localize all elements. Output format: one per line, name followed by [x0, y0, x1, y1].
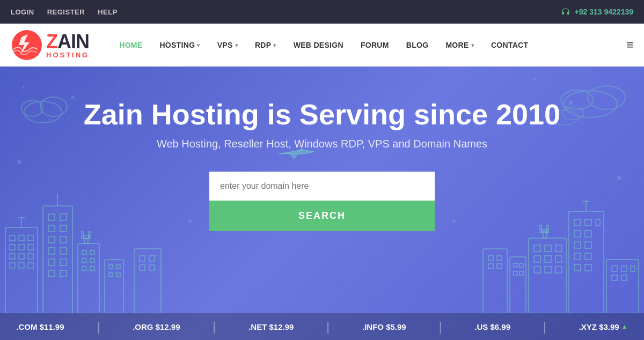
nav-item-forum[interactable]: FORUM	[352, 35, 398, 55]
nav-link-vps[interactable]: VPS ▾	[209, 35, 246, 55]
nav-link-home[interactable]: HOME	[111, 35, 151, 55]
svg-rect-19	[10, 263, 15, 268]
svg-rect-56	[621, 266, 627, 271]
svg-rect-81	[534, 267, 540, 273]
svg-point-5	[588, 86, 625, 109]
svg-rect-100	[497, 256, 502, 261]
login-link[interactable]: LOGIN	[11, 8, 34, 16]
logo[interactable]: ZAIN HOSTING	[11, 29, 89, 61]
nav-item-blog[interactable]: BLOG	[398, 35, 437, 55]
svg-rect-78	[534, 256, 540, 262]
domain-com-label: .COM $11.99	[16, 322, 64, 331]
svg-rect-102	[497, 264, 502, 269]
domain-net-label: .NET $12.99	[248, 322, 294, 331]
domain-us-label: .US $6.99	[474, 322, 510, 331]
divider: |	[326, 319, 330, 334]
svg-rect-95	[149, 256, 155, 261]
help-link[interactable]: HELP	[98, 8, 118, 16]
svg-rect-98	[483, 249, 507, 313]
svg-rect-20	[19, 263, 24, 268]
nav-item-more[interactable]: MORE ▾	[437, 35, 482, 55]
svg-rect-12	[28, 235, 33, 241]
nav-link-blog[interactable]: BLOG	[398, 35, 437, 55]
svg-point-8	[562, 107, 584, 120]
phone-text: +92 313 9422139	[575, 8, 633, 16]
domain-search-input[interactable]	[209, 172, 435, 201]
svg-rect-96	[140, 265, 145, 270]
svg-rect-82	[545, 267, 551, 273]
nav-link-forum[interactable]: FORUM	[352, 35, 398, 55]
svg-rect-35	[48, 270, 55, 277]
nav-item-vps[interactable]: VPS ▾	[209, 35, 246, 55]
nav-links: HOME HOSTING ▾ VPS ▾ RDP ▾ WEB DESIGN FO…	[111, 35, 626, 55]
divider: |	[97, 319, 100, 334]
nav-link-contact[interactable]: CONTACT	[482, 35, 537, 55]
nav-item-rdp[interactable]: RDP ▾	[246, 35, 285, 55]
nav-link-more[interactable]: MORE ▾	[437, 35, 482, 55]
headphone-icon	[561, 7, 570, 17]
svg-point-1	[24, 101, 62, 123]
nav-link-hosting[interactable]: HOSTING ▾	[151, 35, 208, 55]
nav-item-webdesign[interactable]: WEB DESIGN	[285, 35, 352, 55]
svg-rect-65	[585, 231, 591, 237]
svg-rect-32	[60, 248, 67, 254]
domain-pricing-bar: .COM $11.99 | .ORG $12.99 | .NET $12.99 …	[0, 313, 644, 340]
svg-rect-58	[612, 275, 617, 280]
nav-link-webdesign[interactable]: WEB DESIGN	[285, 35, 352, 55]
svg-rect-63	[596, 219, 600, 226]
svg-rect-34	[60, 259, 67, 265]
svg-rect-29	[48, 236, 55, 243]
svg-rect-17	[19, 254, 24, 259]
nav-item-home[interactable]: HOME	[111, 35, 151, 55]
svg-rect-77	[555, 245, 562, 252]
brand-name: ZAIN	[46, 32, 89, 51]
nav-link-rdp[interactable]: RDP ▾	[246, 35, 285, 55]
brand-sub: HOSTING	[46, 51, 89, 58]
svg-rect-15	[28, 245, 33, 250]
svg-rect-47	[82, 232, 83, 238]
svg-rect-79	[545, 256, 551, 262]
svg-rect-26	[60, 214, 67, 220]
svg-rect-64	[574, 231, 581, 237]
svg-point-4	[564, 91, 617, 117]
svg-rect-91	[514, 271, 517, 275]
nav-item-contact[interactable]: CONTACT	[482, 35, 537, 55]
domain-org: .ORG $12.99	[133, 322, 180, 331]
chevron-down-icon: ▾	[197, 42, 200, 48]
search-button[interactable]: SEARCH	[209, 201, 435, 231]
chevron-down-icon: ▾	[235, 42, 238, 48]
chevron-down-icon: ▾	[471, 42, 474, 48]
svg-rect-13	[10, 245, 15, 250]
svg-rect-94	[140, 256, 145, 261]
register-link[interactable]: REGISTER	[47, 8, 85, 16]
svg-point-3	[21, 100, 43, 116]
divider: |	[543, 319, 546, 334]
phone-number: +92 313 9422139	[561, 7, 633, 17]
svg-rect-71	[585, 264, 591, 271]
svg-rect-41	[82, 258, 86, 263]
svg-rect-101	[488, 264, 493, 269]
domain-info-label: .INFO $5.99	[362, 322, 406, 331]
svg-rect-86	[540, 225, 541, 233]
deco-dot: ·	[118, 77, 120, 86]
svg-rect-27	[48, 225, 55, 232]
hero-subtitle: Web Hosting, Reseller Host, Windows RDP,…	[157, 138, 487, 150]
deco-dot: ·	[610, 120, 612, 129]
logo-icon	[11, 29, 43, 61]
svg-rect-38	[78, 243, 99, 313]
hero-section: + ✕ · · + ✕ · ✕ ✕ + +	[0, 66, 644, 340]
hamburger-icon[interactable]: ≡	[626, 38, 633, 52]
domain-us: .US $6.99	[474, 322, 510, 331]
domain-org-label: .ORG $12.99	[133, 322, 180, 331]
svg-rect-83	[555, 267, 562, 273]
svg-rect-84	[543, 232, 546, 238]
chevron-down-icon: ▾	[273, 42, 276, 48]
svg-rect-33	[48, 259, 55, 265]
svg-rect-9	[5, 227, 38, 313]
svg-rect-55	[612, 266, 617, 271]
svg-rect-16	[10, 254, 15, 259]
svg-rect-89	[514, 263, 517, 267]
nav-item-hosting[interactable]: HOSTING ▾	[151, 35, 208, 55]
svg-rect-44	[90, 267, 94, 271]
svg-rect-99	[488, 256, 493, 261]
